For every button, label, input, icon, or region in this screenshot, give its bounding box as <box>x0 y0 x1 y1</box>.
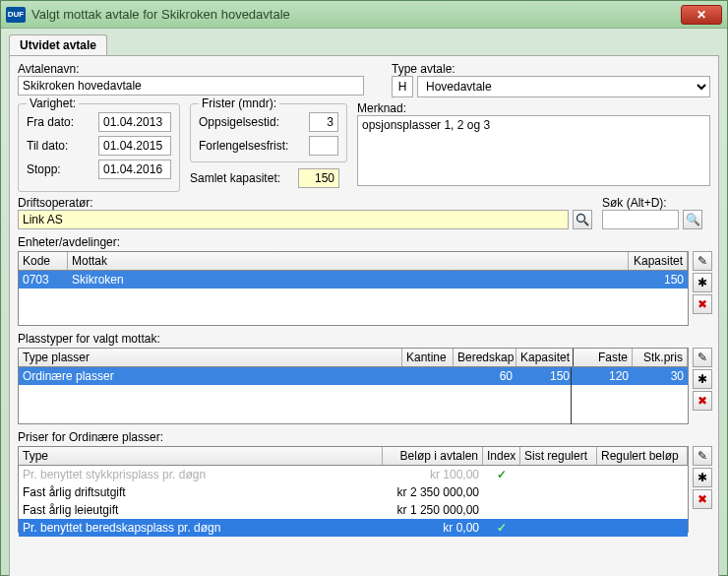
oppsigelse-input[interactable] <box>309 112 338 132</box>
forlengelse-label: Forlengelsesfrist: <box>199 139 303 153</box>
table-row[interactable]: Pr. benyttet stykkprisplass pr. døgnkr 1… <box>19 466 688 483</box>
samlet-input[interactable] <box>298 168 339 188</box>
col-kantine[interactable]: Kantine <box>402 349 454 366</box>
tabstrip: Utvidet avtale <box>1 29 727 55</box>
merknad-textarea[interactable]: opsjonsplasser 1, 2 og 3 <box>357 115 710 186</box>
priser-grid[interactable]: Type Beløp i avtalen Index Sist regulert… <box>18 446 689 533</box>
frister-group: Frister (mndr): Oppsigelsestid: Forlenge… <box>190 103 347 162</box>
avtalenavn-input[interactable] <box>18 76 364 96</box>
tab-utvidet-avtale[interactable]: Utvidet avtale <box>9 34 107 55</box>
merknad-label: Merknad: <box>357 101 710 115</box>
check-icon: ✓ <box>483 466 520 483</box>
sok-button[interactable]: 🔍 <box>683 210 702 229</box>
frister-legend: Frister (mndr): <box>199 96 279 110</box>
plasstyper-label: Plasstyper for valgt mottak: <box>18 332 710 346</box>
asterisk-icon: ✱ <box>698 471 707 484</box>
titlebar: DUF Valgt mottak avtale for Skikroken ho… <box>1 1 727 29</box>
delete-button[interactable]: ✖ <box>693 391 712 411</box>
avtalenavn-label: Avtalenavn: <box>18 62 372 76</box>
delete-icon: ✖ <box>698 492 707 506</box>
operator-input[interactable] <box>18 210 569 229</box>
add-button[interactable]: ✱ <box>693 273 712 292</box>
delete-icon: ✖ <box>698 394 707 408</box>
col-beredskap[interactable]: Beredskap <box>454 349 516 366</box>
sok-input[interactable] <box>602 210 679 229</box>
app-logo: DUF <box>6 7 26 23</box>
col-typeplasser[interactable]: Type plasser <box>19 349 402 366</box>
edit-button[interactable]: ✎ <box>693 348 712 367</box>
table-row[interactable]: Pr. benyttet beredskapsplass pr. døgnkr … <box>19 519 688 537</box>
edit-button[interactable]: ✎ <box>693 251 712 271</box>
table-row[interactable]: Fast årlig driftsutgiftkr 2 350 000,00 <box>19 483 688 501</box>
varighet-legend: Varighet: <box>27 96 79 110</box>
sok-label: Søk (Alt+D): <box>602 196 710 210</box>
col-belop[interactable]: Beløp i avtalen <box>383 447 483 465</box>
delete-icon: ✖ <box>698 297 707 311</box>
edit-button[interactable]: ✎ <box>693 446 712 466</box>
svg-point-0 <box>577 215 585 223</box>
col-sistreg[interactable]: Sist regulert <box>520 447 597 465</box>
panel-body: Avtalenavn: Type avtale: Hovedavtale Var… <box>9 55 719 576</box>
pencil-icon: ✎ <box>698 351 707 364</box>
col-mottak[interactable]: Mottak <box>68 252 629 270</box>
enheter-label: Enheter/avdelinger: <box>18 235 710 249</box>
operator-label: Driftsoperatør: <box>18 196 592 210</box>
til-dato-label: Til dato: <box>27 139 92 153</box>
priser-label: Priser for Ordinære plasser: <box>18 430 710 444</box>
app-window: DUF Valgt mottak avtale for Skikroken ho… <box>0 0 728 576</box>
table-row[interactable]: Fast årlig leieutgiftkr 1 250 000,00 <box>19 501 688 519</box>
fra-dato-label: Fra dato: <box>27 115 92 129</box>
check-icon <box>483 501 520 519</box>
table-row[interactable]: 0703 Skikroken 150 <box>19 271 688 288</box>
pencil-icon: ✎ <box>698 254 707 268</box>
col-kapasitet[interactable]: Kapasitet <box>629 252 688 270</box>
operator-search-button[interactable] <box>573 210 592 229</box>
search-icon <box>576 213 589 226</box>
add-button[interactable]: ✱ <box>693 468 712 487</box>
col-faste[interactable]: Faste <box>574 349 633 366</box>
til-dato-input[interactable] <box>98 136 171 156</box>
table-row[interactable]: Ordinære plasser 60 150 120 30 <box>19 367 688 385</box>
typeavtale-code[interactable] <box>392 76 413 97</box>
varighet-group: Varighet: Fra dato: Til dato: Stopp: <box>18 103 180 192</box>
stopp-input[interactable] <box>98 160 171 179</box>
fra-dato-input[interactable] <box>98 112 171 132</box>
svg-line-1 <box>584 222 588 225</box>
enheter-grid[interactable]: Kode Mottak Kapasitet 0703 Skikroken 150 <box>18 251 689 326</box>
col-kode[interactable]: Kode <box>19 252 68 270</box>
col-stkpris[interactable]: Stk.pris <box>633 349 688 366</box>
typeavtale-label: Type avtale: <box>392 62 710 76</box>
check-icon: ✓ <box>483 519 520 537</box>
samlet-label: Samlet kapasitet: <box>190 171 292 185</box>
typeavtale-select[interactable]: Hovedavtale <box>417 76 710 97</box>
asterisk-icon: ✱ <box>698 276 707 289</box>
col-type[interactable]: Type <box>19 447 383 465</box>
check-icon <box>483 483 520 501</box>
pencil-icon: ✎ <box>698 449 707 463</box>
oppsigelse-label: Oppsigelsestid: <box>199 115 303 129</box>
forlengelse-input[interactable] <box>309 136 338 156</box>
delete-button[interactable]: ✖ <box>693 489 712 509</box>
delete-button[interactable]: ✖ <box>693 294 712 314</box>
add-button[interactable]: ✱ <box>693 369 712 389</box>
close-icon: ✕ <box>697 8 706 22</box>
col-regbel[interactable]: Regulert beløp <box>597 447 688 465</box>
plasstyper-grid[interactable]: Type plasser Kantine Beredskap Kapasitet… <box>18 348 689 424</box>
window-title: Valgt mottak avtale for Skikroken hoveda… <box>31 7 290 22</box>
asterisk-icon: ✱ <box>698 372 707 386</box>
col-index[interactable]: Index <box>483 447 520 465</box>
binoculars-icon: 🔍 <box>686 213 700 226</box>
col-kapasitet2[interactable]: Kapasitet <box>516 349 574 366</box>
close-button[interactable]: ✕ <box>681 5 722 25</box>
stopp-label: Stopp: <box>27 162 92 176</box>
